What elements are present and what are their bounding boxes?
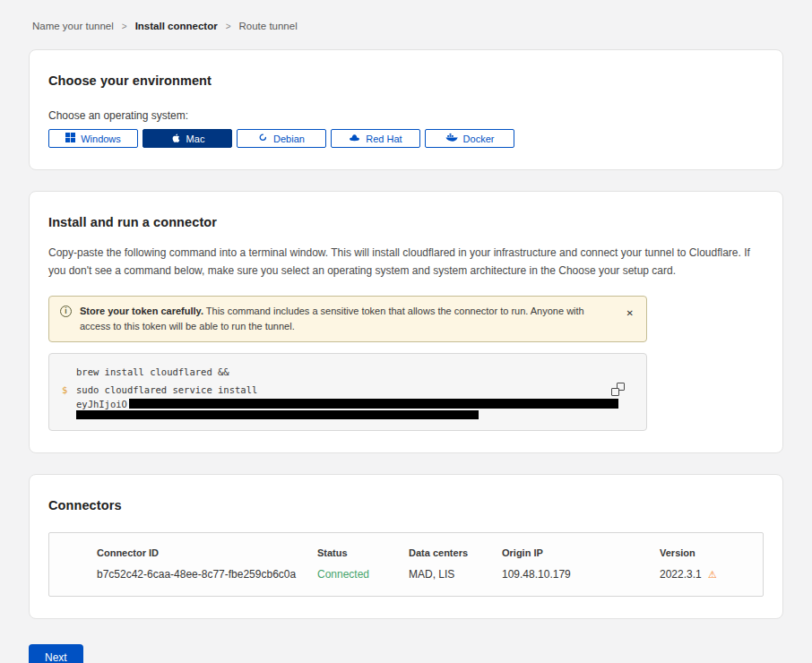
table-row: b7c52c42-6caa-48ee-8c77-fbe259cb6c0a Con… xyxy=(49,568,763,581)
apple-icon xyxy=(170,133,181,145)
column-header-status: Status xyxy=(317,547,409,558)
redhat-icon xyxy=(349,133,360,144)
token-warning-text: Store your token carefully. This command… xyxy=(80,304,615,334)
environment-card-title: Choose your environment xyxy=(48,73,764,88)
breadcrumb-step-route-tunnel[interactable]: Route tunnel xyxy=(239,21,298,31)
breadcrumb: Name your tunnel > Install connector > R… xyxy=(0,0,812,49)
close-icon[interactable]: ✕ xyxy=(623,306,637,321)
code-line: $ sudo cloudflared service install xyxy=(62,381,634,399)
os-select-label: Choose an operating system: xyxy=(48,109,764,122)
column-header-connector-id: Connector ID xyxy=(97,547,317,558)
code-gutter xyxy=(62,409,76,419)
install-description: Copy-paste the following command into a … xyxy=(48,244,762,280)
column-header-data-centers: Data centers xyxy=(409,547,502,558)
os-button-debian[interactable]: Debian xyxy=(237,129,326,148)
debian-icon xyxy=(258,133,268,144)
breadcrumb-separator: > xyxy=(122,22,127,31)
code-gutter xyxy=(62,363,76,381)
code-line-token xyxy=(62,409,634,419)
redacted-token-bar xyxy=(76,410,479,419)
os-button-label: Windows xyxy=(81,133,121,144)
connectors-table: Connector ID Status Data centers Origin … xyxy=(48,532,764,597)
cell-connector-id: b7c52c42-6caa-48ee-8c77-fbe259cb6c0a xyxy=(97,568,317,581)
os-button-label: Red Hat xyxy=(366,133,402,144)
token-warning-banner: i Store your token carefully. This comma… xyxy=(48,296,647,342)
install-card-title: Install and run a connector xyxy=(48,215,764,229)
version-warning-icon: ⚠ xyxy=(708,569,717,580)
os-button-group: Windows Mac Debian xyxy=(48,129,764,148)
cell-version: 2022.3.1 ⚠ xyxy=(660,568,763,581)
code-text: sudo cloudflared service install xyxy=(76,381,257,399)
os-button-docker[interactable]: Docker xyxy=(425,129,514,148)
status-badge: Connected xyxy=(317,568,409,581)
os-button-redhat[interactable]: Red Hat xyxy=(331,129,420,148)
token-prefix: eyJhIjoiO xyxy=(76,399,127,409)
docker-icon xyxy=(445,133,458,144)
next-button[interactable]: Next xyxy=(29,644,83,663)
column-header-origin-ip: Origin IP xyxy=(502,547,660,558)
version-value: 2022.3.1 xyxy=(660,568,702,581)
code-gutter xyxy=(62,399,76,409)
os-button-label: Debian xyxy=(273,133,305,144)
os-button-label: Mac xyxy=(186,133,205,144)
breadcrumb-step-name-your-tunnel[interactable]: Name your tunnel xyxy=(32,21,114,31)
token-warning-title: Store your token carefully. xyxy=(80,306,203,316)
install-command-code-block: brew install cloudflared && $ sudo cloud… xyxy=(48,353,647,431)
breadcrumb-step-install-connector[interactable]: Install connector xyxy=(135,21,218,31)
os-button-mac[interactable]: Mac xyxy=(143,129,232,148)
windows-icon xyxy=(65,133,75,144)
redacted-token-bar xyxy=(129,399,618,409)
environment-card: Choose your environment Choose an operat… xyxy=(29,49,783,170)
connectors-card-title: Connectors xyxy=(48,498,764,512)
code-line: brew install cloudflared && xyxy=(62,363,634,381)
install-connector-card: Install and run a connector Copy-paste t… xyxy=(29,191,783,453)
column-header-version: Version xyxy=(660,547,763,558)
code-line-token: eyJhIjoiO xyxy=(62,399,634,409)
breadcrumb-separator: > xyxy=(226,22,231,31)
connectors-card: Connectors Connector ID Status Data cent… xyxy=(29,474,783,619)
info-icon: i xyxy=(60,306,72,317)
os-button-label: Docker xyxy=(463,133,495,144)
code-text: brew install cloudflared && xyxy=(76,363,229,381)
os-button-windows[interactable]: Windows xyxy=(48,129,138,148)
cell-data-centers: MAD, LIS xyxy=(409,568,502,581)
shell-prompt: $ xyxy=(62,381,76,399)
table-header-row: Connector ID Status Data centers Origin … xyxy=(49,547,763,558)
cell-origin-ip: 109.48.10.179 xyxy=(502,568,660,581)
copy-icon[interactable] xyxy=(611,383,625,396)
